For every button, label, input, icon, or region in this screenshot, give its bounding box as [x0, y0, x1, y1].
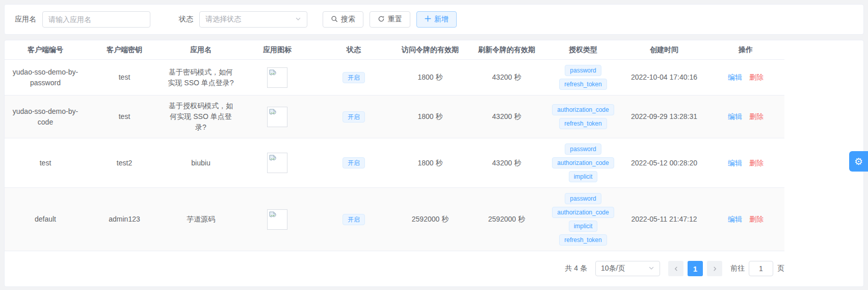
search-filter-bar: 应用名 状态 请选择状态 搜索 重置: [4, 4, 864, 35]
grant-type-tag: password: [565, 65, 601, 76]
cell-app-name: biubiu: [163, 138, 239, 188]
grant-type-tag: authorization_code: [552, 104, 614, 115]
plus-icon: [425, 15, 431, 23]
reset-button[interactable]: 重置: [370, 11, 410, 28]
cell-refresh-validity: 43200 秒: [468, 60, 545, 95]
oauth-client-table: 客户端编号 客户端密钥 应用名 应用图标 状态 访问令牌的有效期 刷新令牌的有效…: [5, 40, 784, 251]
add-button-label: 新增: [434, 15, 449, 24]
chevron-down-icon: [648, 264, 654, 273]
app-name-label: 应用名: [15, 15, 36, 24]
status-select-placeholder: 请选择状态: [205, 15, 241, 24]
grant-type-tag: implicit: [569, 171, 598, 182]
table-row: test test2 biubiu 开启 1800 秒 43200 秒 pass…: [5, 138, 784, 188]
chevron-left-icon: [673, 264, 679, 273]
cell-grant-types: password refresh_token: [545, 60, 621, 95]
cell-client-secret: test: [86, 60, 163, 95]
app-name-input[interactable]: [42, 11, 150, 28]
status-select[interactable]: 请选择状态: [199, 11, 307, 28]
status-badge: 开启: [343, 214, 365, 225]
cell-status: 开启: [315, 138, 392, 188]
cell-app-icon: [239, 188, 315, 251]
cell-create-time: 2022-09-29 13:28:31: [621, 95, 707, 138]
next-page-button[interactable]: [707, 261, 722, 276]
status-badge: 开启: [343, 157, 365, 168]
page-number-button[interactable]: 1: [688, 261, 703, 276]
broken-image-icon: [267, 153, 287, 173]
cell-status: 开启: [315, 95, 392, 138]
status-badge: 开启: [343, 111, 365, 123]
table-header-row: 客户端编号 客户端密钥 应用名 应用图标 状态 访问令牌的有效期 刷新令牌的有效…: [5, 40, 784, 60]
cell-client-id: yudao-sso-demo-by-code: [5, 95, 86, 138]
page-size-select[interactable]: 10条/页: [595, 261, 660, 276]
goto-page-group: 前往 页: [730, 261, 784, 276]
cell-create-time: 2022-10-04 17:40:16: [621, 60, 707, 95]
cell-app-icon: [239, 95, 315, 138]
reset-button-label: 重置: [388, 15, 402, 24]
grant-type-tag: refresh_token: [559, 234, 607, 246]
search-icon: [331, 15, 338, 24]
col-grant-types: 授权类型: [545, 40, 621, 60]
cell-refresh-validity: 2592000 秒: [468, 188, 545, 251]
delete-button[interactable]: 删除: [749, 73, 764, 81]
col-status: 状态: [315, 40, 392, 60]
cell-app-icon: [239, 138, 315, 188]
edit-button[interactable]: 编辑: [728, 73, 742, 81]
cell-client-id: default: [5, 188, 86, 251]
total-count-text: 共 4 条: [565, 264, 587, 273]
cell-actions: 编辑删除: [707, 95, 784, 138]
cell-client-secret: admin123: [86, 188, 163, 251]
grant-type-tag: implicit: [569, 221, 598, 232]
broken-image-icon: [267, 107, 287, 127]
cell-access-validity: 2592000 秒: [392, 188, 468, 251]
table-row: yudao-sso-demo-by-code test 基于授权码模式，如何实现…: [5, 95, 784, 138]
delete-button[interactable]: 删除: [749, 112, 764, 120]
edit-button[interactable]: 编辑: [728, 215, 742, 223]
cell-app-name: 基于授权码模式，如何实现 SSO 单点登录?: [163, 95, 239, 138]
grant-type-tag: password: [565, 193, 601, 204]
cell-status: 开启: [315, 60, 392, 95]
col-create-time: 创建时间: [621, 40, 707, 60]
add-button[interactable]: 新增: [416, 11, 457, 28]
delete-button[interactable]: 删除: [749, 215, 764, 223]
cell-create-time: 2022-05-12 00:28:20: [621, 138, 707, 188]
cell-access-validity: 1800 秒: [392, 95, 468, 138]
cell-app-icon: [239, 60, 315, 95]
broken-image-icon: [267, 209, 287, 230]
cell-app-name: 芋道源码: [163, 188, 239, 251]
broken-image-icon: [267, 67, 287, 88]
oauth-client-table-card: 客户端编号 客户端密钥 应用名 应用图标 状态 访问令牌的有效期 刷新令牌的有效…: [4, 40, 864, 287]
cell-grant-types: password authorization_code implicit ref…: [545, 188, 621, 251]
delete-button[interactable]: 删除: [749, 159, 764, 167]
refresh-icon: [378, 15, 385, 24]
cell-actions: 编辑删除: [707, 60, 784, 95]
col-refresh-token-validity: 刷新令牌的有效期: [468, 40, 545, 60]
goto-page-input[interactable]: [749, 261, 773, 276]
search-button-label: 搜索: [341, 15, 355, 24]
page-size-value: 10条/页: [601, 264, 625, 273]
cell-grant-types: authorization_code refresh_token: [545, 95, 621, 138]
col-access-token-validity: 访问令牌的有效期: [392, 40, 468, 60]
page-root: 应用名 状态 请选择状态 搜索 重置: [0, 0, 868, 290]
cell-actions: 编辑删除: [707, 188, 784, 251]
edit-button[interactable]: 编辑: [728, 159, 742, 167]
cell-access-validity: 1800 秒: [392, 60, 468, 95]
pagination-bar: 共 4 条 10条/页 1: [5, 251, 790, 284]
cell-access-validity: 1800 秒: [392, 138, 468, 188]
grant-type-tag: authorization_code: [552, 157, 614, 168]
col-app-icon: 应用图标: [239, 40, 315, 60]
cell-status: 开启: [315, 188, 392, 251]
status-badge: 开启: [343, 72, 365, 83]
goto-suffix-label: 页: [777, 264, 784, 273]
cell-refresh-validity: 43200 秒: [468, 95, 545, 138]
grant-type-tag: password: [565, 143, 601, 155]
edit-button[interactable]: 编辑: [728, 112, 742, 120]
cell-client-id: yudao-sso-demo-by-password: [5, 60, 86, 95]
search-button[interactable]: 搜索: [323, 11, 363, 28]
settings-gear-button[interactable]: ⚙: [849, 151, 868, 172]
grant-type-tag: refresh_token: [559, 118, 607, 129]
cell-actions: 编辑删除: [707, 138, 784, 188]
cell-client-id: test: [5, 138, 86, 188]
prev-page-button[interactable]: [668, 261, 683, 276]
col-actions: 操作: [707, 40, 784, 60]
cell-client-secret: test2: [86, 138, 163, 188]
